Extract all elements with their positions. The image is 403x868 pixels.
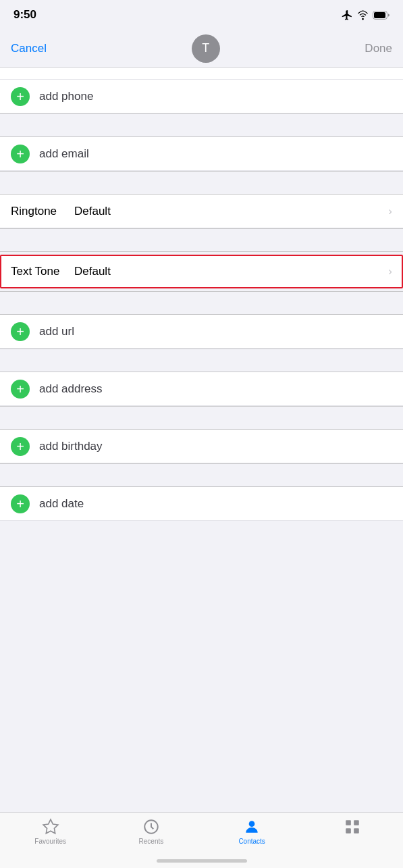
ringtone-value: Default (74, 205, 388, 218)
text-tone-value: Default (74, 265, 388, 278)
ringtone-row[interactable]: Ringtone Default › (0, 195, 403, 228)
svg-rect-6 (346, 828, 352, 834)
grid-icon (344, 818, 361, 836)
add-birthday-row[interactable]: + add birthday (0, 430, 403, 463)
add-phone-label: add phone (39, 90, 392, 103)
cancel-button[interactable]: Cancel (11, 42, 47, 55)
done-button[interactable]: Done (365, 42, 392, 55)
tab-contacts[interactable]: Contacts (202, 818, 302, 845)
svg-rect-4 (346, 820, 352, 825)
text-tone-row[interactable]: Text Tone Default › (0, 255, 403, 288)
separator-7 (0, 463, 403, 487)
wifi-icon (357, 9, 369, 21)
separator-6 (0, 406, 403, 430)
add-address-label: add address (39, 382, 392, 396)
status-icons (342, 9, 389, 21)
separator-2 (0, 171, 403, 195)
svg-rect-1 (374, 12, 385, 18)
add-url-label: add url (39, 325, 392, 338)
add-url-row[interactable]: + add url (0, 315, 403, 349)
add-address-row[interactable]: + add address (0, 372, 403, 406)
add-url-icon: + (11, 322, 30, 341)
add-phone-row[interactable]: + add phone (0, 80, 403, 113)
ringtone-chevron-icon: › (388, 205, 392, 218)
tab-fourth[interactable] (302, 818, 403, 838)
tab-recents[interactable]: Recents (101, 818, 201, 845)
add-date-row[interactable]: + add date (0, 487, 403, 521)
nav-bar: Cancel T Done (0, 30, 403, 68)
ringtone-label: Ringtone (11, 205, 72, 218)
add-address-icon: + (11, 380, 30, 399)
avatar: T (192, 34, 220, 63)
separator-4 (0, 291, 403, 315)
text-tone-chevron-icon: › (388, 265, 392, 278)
home-indicator (157, 859, 247, 863)
add-email-row[interactable]: + add email (0, 137, 403, 171)
add-date-label: add date (39, 497, 392, 511)
contacts-icon (243, 818, 261, 836)
svg-rect-5 (354, 820, 360, 825)
add-phone-icon: + (11, 87, 30, 106)
star-icon (42, 818, 59, 836)
status-bar: 9:50 (0, 0, 403, 30)
battery-icon (373, 11, 389, 20)
scroll-partial-top (0, 68, 403, 80)
content-area: + add phone + add email Ringtone Default… (0, 68, 403, 521)
tab-favourites-label: Favourites (34, 838, 66, 845)
clock-icon (142, 818, 160, 836)
svg-rect-7 (354, 828, 360, 834)
tab-bar: Favourites Recents Contacts (0, 812, 403, 868)
status-time: 9:50 (14, 8, 36, 22)
tab-recents-label: Recents (139, 838, 164, 845)
separator-5 (0, 349, 403, 372)
svg-point-3 (249, 821, 255, 827)
text-tone-wrapper: Text Tone Default › (0, 252, 403, 291)
separator-3 (0, 228, 403, 252)
airplane-icon (342, 9, 353, 21)
text-tone-label: Text Tone (11, 265, 72, 278)
add-date-icon: + (11, 494, 30, 513)
tab-favourites[interactable]: Favourites (0, 818, 101, 845)
add-birthday-icon: + (11, 437, 30, 456)
add-email-icon: + (11, 145, 30, 163)
add-birthday-label: add birthday (39, 440, 392, 453)
add-email-label: add email (39, 147, 392, 161)
separator-1 (0, 113, 403, 137)
tab-contacts-label: Contacts (238, 838, 265, 845)
